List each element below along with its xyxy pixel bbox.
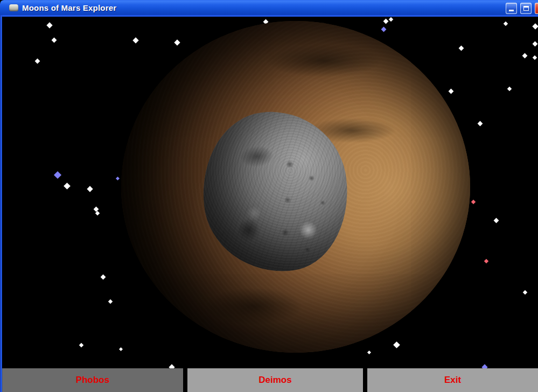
star (95, 211, 100, 215)
space-scene: Phobos Deimos Exit (0, 17, 538, 392)
minimize-button[interactable] (506, 3, 517, 14)
maximize-button[interactable] (520, 3, 532, 14)
exit-button[interactable]: Exit (367, 368, 538, 392)
star (471, 200, 476, 204)
star (478, 121, 483, 127)
star (504, 22, 508, 26)
star (174, 39, 180, 45)
deimos-button[interactable]: Deimos (187, 368, 363, 392)
phobos-button[interactable]: Phobos (2, 368, 183, 392)
star (87, 186, 93, 192)
window-controls: ✕ (506, 3, 538, 14)
star (532, 23, 538, 29)
star (119, 347, 123, 351)
star (389, 17, 393, 22)
window-title: Moons of Mars Explorer (22, 3, 116, 12)
minimize-icon (509, 10, 514, 11)
maximize-icon (523, 6, 529, 11)
star (533, 55, 537, 60)
star (116, 177, 120, 180)
star (484, 259, 488, 263)
window-border-left (0, 15, 2, 392)
star (533, 41, 538, 47)
titlebar[interactable]: Moons of Mars Explorer ✕ (0, 0, 538, 17)
star (108, 299, 113, 304)
star (132, 37, 138, 43)
star (367, 351, 371, 354)
button-bar: Phobos Deimos Exit (0, 368, 538, 392)
star (46, 22, 52, 28)
star (522, 53, 528, 59)
close-button[interactable]: ✕ (535, 3, 538, 14)
star (459, 46, 464, 51)
star (64, 183, 71, 190)
star (101, 275, 106, 280)
star (523, 290, 527, 295)
star (494, 218, 499, 223)
star (52, 38, 57, 43)
star (507, 87, 512, 91)
star (383, 19, 389, 24)
app-window: Phobos Deimos Exit Moons of Mars Explore… (0, 0, 538, 392)
star (79, 343, 83, 347)
star (35, 59, 40, 64)
star (449, 89, 454, 94)
star (393, 341, 400, 348)
star (54, 171, 61, 179)
star (381, 27, 387, 32)
app-icon (9, 4, 18, 11)
